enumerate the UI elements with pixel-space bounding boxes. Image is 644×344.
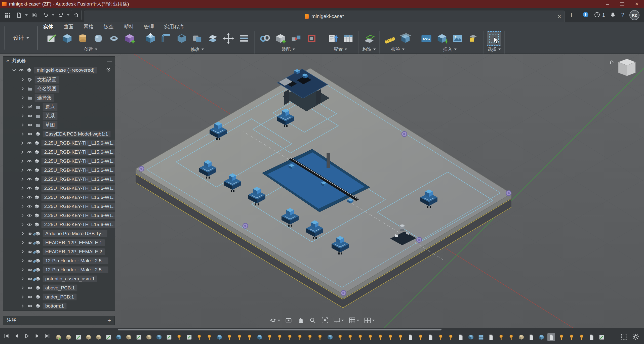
browser-item-8[interactable]: 2.25U_RGB-KEY-TH_L15.6-W1...	[3, 148, 115, 157]
tool-configure[interactable]	[325, 31, 340, 46]
slider-knob[interactable]	[327, 153, 330, 168]
redo-icon[interactable]	[56, 10, 66, 20]
group-label-5[interactable]: 检验	[391, 46, 405, 53]
home-icon[interactable]	[609, 59, 615, 66]
timeline-marker-joint[interactable]	[396, 333, 404, 341]
redo-caret-icon[interactable]	[67, 14, 69, 16]
timeline-marker-joint[interactable]	[175, 333, 183, 341]
timeline-marker-joint[interactable]	[386, 333, 394, 341]
look-at-icon[interactable]	[284, 316, 293, 325]
tab-close-icon[interactable]: ×	[558, 13, 561, 20]
chevron-icon[interactable]	[19, 159, 26, 164]
browser-item-5[interactable]: 草图	[3, 120, 115, 130]
visibility-icon[interactable]	[26, 159, 33, 164]
timeline-marker-sketch[interactable]	[598, 333, 606, 341]
ribbon-tab-4[interactable]: 塑料	[124, 23, 134, 30]
visibility-icon[interactable]	[26, 222, 33, 227]
chevron-icon[interactable]	[19, 150, 26, 155]
visibility-icon[interactable]	[26, 294, 34, 299]
add-comment-icon[interactable]: +	[107, 317, 111, 324]
go-to-start-button[interactable]	[4, 333, 10, 340]
browser-item-2[interactable]: 选择集	[3, 93, 115, 102]
tool-primitive-torus[interactable]	[107, 31, 121, 46]
timeline-marker-joint[interactable]	[286, 333, 294, 341]
timeline-marker-component[interactable]	[125, 333, 133, 341]
group-label-3[interactable]: 配置	[334, 46, 347, 53]
browser-item-3[interactable]: 原点	[3, 102, 115, 111]
chevron-icon[interactable]	[19, 104, 26, 109]
chevron-icon[interactable]	[19, 77, 26, 82]
browser-item-22[interactable]: potentio_assem_asm:1	[3, 274, 115, 283]
tool-canvas[interactable]	[450, 31, 465, 46]
browser-item-13[interactable]: 2.25U_RGB-KEY-TH_L15.6-W1...	[3, 193, 115, 202]
ribbon-tab-2[interactable]: 网格	[84, 23, 94, 30]
tool-as-built-joint[interactable]	[289, 31, 303, 46]
chevron-icon[interactable]	[19, 95, 26, 100]
timeline-marker-feature[interactable]	[215, 333, 223, 341]
tool-section-analysis[interactable]	[398, 31, 413, 46]
chevron-icon[interactable]	[19, 168, 26, 173]
new-tab-button[interactable]: +	[565, 11, 578, 19]
chevron-icon[interactable]	[19, 113, 26, 118]
help-icon[interactable]: ?	[621, 12, 624, 19]
browser-item-20[interactable]: 12-Pin Header - Male - 2.5...	[3, 256, 115, 265]
chevron-icon[interactable]	[19, 132, 26, 137]
browser-item-25[interactable]: bottom:1	[3, 302, 115, 311]
clock-icon[interactable]	[594, 12, 600, 19]
comments-bar[interactable]: 注释 +	[3, 316, 115, 325]
home-view-icon[interactable]	[71, 10, 82, 20]
timeline-marker-joint[interactable]	[276, 333, 284, 341]
timeline-marker-joint[interactable]	[568, 333, 575, 341]
tool-primitive-sphere[interactable]	[91, 31, 106, 46]
tool-fillet[interactable]	[159, 31, 173, 46]
chevron-icon[interactable]	[19, 122, 26, 127]
orbit-caret-icon[interactable]	[278, 320, 280, 321]
chevron-icon[interactable]	[19, 204, 26, 209]
browser-item-15[interactable]: 2.25U_RGB-KEY-TH_L15.6-W1...	[3, 211, 115, 220]
timeline-marker-feature[interactable]	[256, 333, 263, 341]
timeline-marker-joint[interactable]	[376, 333, 384, 341]
tool-create-sketch[interactable]	[44, 31, 59, 46]
job-status-icon[interactable]	[582, 11, 589, 19]
timeline-marker-joint[interactable]	[578, 333, 585, 341]
timeline-marker-doc[interactable]	[407, 333, 414, 341]
chevron-icon[interactable]	[19, 249, 26, 254]
chevron-icon[interactable]	[19, 258, 26, 263]
group-label-2[interactable]: 装配	[282, 46, 295, 53]
timeline-marker-doc[interactable]	[588, 333, 595, 341]
chevron-icon[interactable]	[19, 267, 26, 272]
tool-construction-plane[interactable]	[362, 31, 376, 46]
chevron-icon[interactable]	[19, 141, 26, 146]
chevron-icon[interactable]	[19, 186, 26, 191]
timeline-marker-joint[interactable]	[417, 333, 424, 341]
timeline-marker-joint[interactable]	[306, 333, 314, 341]
chevron-icon[interactable]	[19, 195, 26, 200]
chevron-icon[interactable]	[19, 285, 26, 290]
group-label-6[interactable]: 插入	[443, 46, 457, 53]
chevron-icon[interactable]	[19, 222, 26, 227]
ribbon-tab-6[interactable]: 实用程序	[164, 23, 184, 30]
zoom-icon[interactable]	[308, 316, 317, 325]
ribbon-tab-5[interactable]: 管理	[144, 23, 154, 30]
visibility-icon[interactable]	[26, 150, 33, 155]
visibility-icon[interactable]	[26, 122, 34, 127]
timeline-marker-pattern[interactable]	[477, 333, 485, 341]
visibility-icon[interactable]	[26, 168, 33, 173]
timeline-marker-feature[interactable]	[326, 333, 334, 341]
timeline-marker-joint[interactable]	[437, 333, 445, 341]
timeline-marker-component[interactable]	[85, 333, 92, 341]
timeline-marker-component[interactable]	[517, 333, 525, 341]
timeline-marker-doc[interactable]	[487, 333, 495, 341]
maximize-button[interactable]	[615, 0, 629, 8]
visibility-icon[interactable]	[26, 177, 33, 182]
save-icon[interactable]	[29, 10, 39, 20]
chevron-icon[interactable]	[19, 231, 26, 236]
tool-primitive-box[interactable]	[60, 31, 74, 46]
file-menu-caret-icon[interactable]	[25, 14, 28, 16]
go-to-end-button[interactable]	[44, 333, 50, 340]
timeline-marker-joint[interactable]	[507, 333, 515, 341]
ribbon-tab-1[interactable]: 曲面	[63, 23, 73, 30]
visibility-icon[interactable]	[26, 285, 34, 290]
fit-icon[interactable]	[320, 316, 330, 325]
timeline-marker-sketch[interactable]	[185, 333, 193, 341]
